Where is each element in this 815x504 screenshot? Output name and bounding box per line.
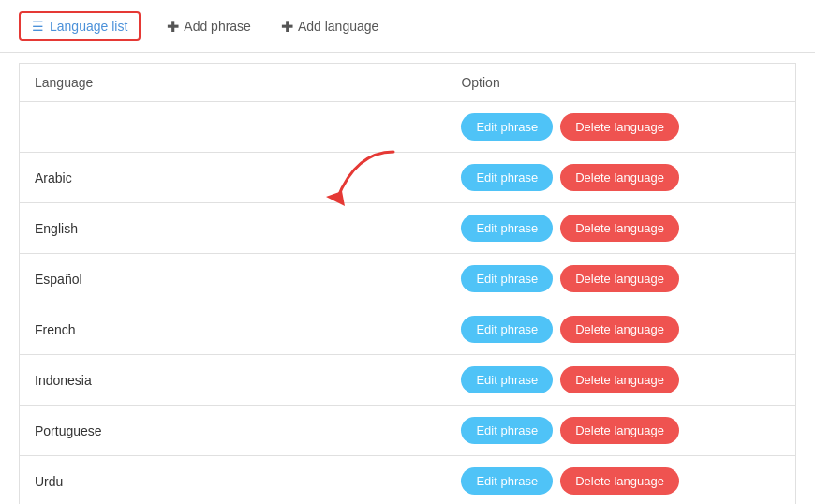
language-list-nav-item[interactable]: ☰ Language list — [19, 11, 141, 41]
table-row: PortugueseEdit phraseDelete language — [20, 406, 796, 456]
hamburger-icon: ☰ — [32, 19, 44, 34]
table-row: UrduEdit phraseDelete language — [20, 456, 796, 505]
edit-phrase-button[interactable]: Edit phrase — [461, 467, 553, 495]
table-container: Language Option Edit phraseDelete langua… — [0, 53, 815, 504]
edit-phrase-button[interactable]: Edit phrase — [461, 164, 553, 191]
action-cell: Edit phraseDelete language — [461, 265, 780, 292]
action-cell: Edit phraseDelete language — [461, 417, 780, 444]
language-cell: Español — [20, 254, 447, 304]
language-cell: Portuguese — [20, 406, 447, 456]
add-language-icon: ✚ — [281, 18, 293, 36]
table-row: IndonesiaEdit phraseDelete language — [20, 355, 796, 406]
action-cell: Edit phraseDelete language — [461, 366, 780, 393]
delete-language-button[interactable]: Delete language — [560, 164, 679, 191]
edit-phrase-button[interactable]: Edit phrase — [461, 265, 553, 292]
edit-phrase-button[interactable]: Edit phrase — [461, 113, 553, 141]
table-row: Edit phraseDelete language — [20, 102, 796, 153]
delete-language-button[interactable]: Delete language — [560, 265, 679, 292]
table-header-row: Language Option — [20, 64, 796, 102]
delete-language-button[interactable]: Delete language — [560, 113, 679, 141]
table-row: FrenchEdit phraseDelete language — [20, 304, 796, 355]
option-cell: Edit phraseDelete language — [446, 355, 795, 406]
edit-phrase-button[interactable]: Edit phrase — [461, 366, 553, 393]
delete-language-button[interactable]: Delete language — [560, 215, 679, 242]
table-row: EspañolEdit phraseDelete language — [20, 254, 796, 304]
delete-language-button[interactable]: Delete language — [560, 316, 679, 343]
add-phrase-icon: ✚ — [167, 18, 179, 36]
edit-phrase-button[interactable]: Edit phrase — [461, 316, 553, 343]
action-cell: Edit phraseDelete language — [461, 467, 780, 495]
action-cell: Edit phraseDelete language — [461, 164, 780, 191]
language-table: Language Option Edit phraseDelete langua… — [19, 63, 796, 504]
col-language-header: Language — [20, 64, 447, 102]
language-cell: French — [20, 304, 447, 355]
add-language-label: Add language — [298, 19, 378, 34]
language-list-label: Language list — [50, 19, 127, 34]
action-cell: Edit phraseDelete language — [461, 113, 780, 141]
language-cell: Indonesia — [20, 355, 447, 406]
option-cell: Edit phraseDelete language — [446, 304, 795, 355]
option-cell: Edit phraseDelete language — [446, 203, 795, 254]
edit-phrase-button[interactable]: Edit phrase — [461, 417, 553, 444]
add-language-nav-item[interactable]: ✚ Add language — [277, 12, 382, 41]
language-cell — [20, 102, 447, 153]
language-cell: Urdu — [20, 456, 447, 505]
table-row: ArabicEdit phraseDelete language — [20, 153, 796, 203]
edit-phrase-button[interactable]: Edit phrase — [461, 215, 553, 242]
delete-language-button[interactable]: Delete language — [560, 366, 679, 393]
table-row: EnglishEdit phraseDelete language — [20, 203, 796, 254]
action-cell: Edit phraseDelete language — [461, 215, 780, 242]
option-cell: Edit phraseDelete language — [446, 102, 795, 153]
option-cell: Edit phraseDelete language — [446, 456, 795, 505]
delete-language-button[interactable]: Delete language — [560, 467, 679, 495]
add-phrase-nav-item[interactable]: ✚ Add phrase — [163, 12, 255, 41]
option-cell: Edit phraseDelete language — [446, 153, 795, 203]
action-cell: Edit phraseDelete language — [461, 316, 780, 343]
col-option-header: Option — [446, 64, 795, 102]
language-cell: Arabic — [20, 153, 447, 203]
option-cell: Edit phraseDelete language — [446, 406, 795, 456]
top-nav: ☰ Language list ✚ Add phrase ✚ Add langu… — [0, 0, 815, 53]
delete-language-button[interactable]: Delete language — [560, 417, 679, 444]
add-phrase-label: Add phrase — [184, 19, 251, 34]
option-cell: Edit phraseDelete language — [446, 254, 795, 304]
language-cell: English — [20, 203, 447, 254]
